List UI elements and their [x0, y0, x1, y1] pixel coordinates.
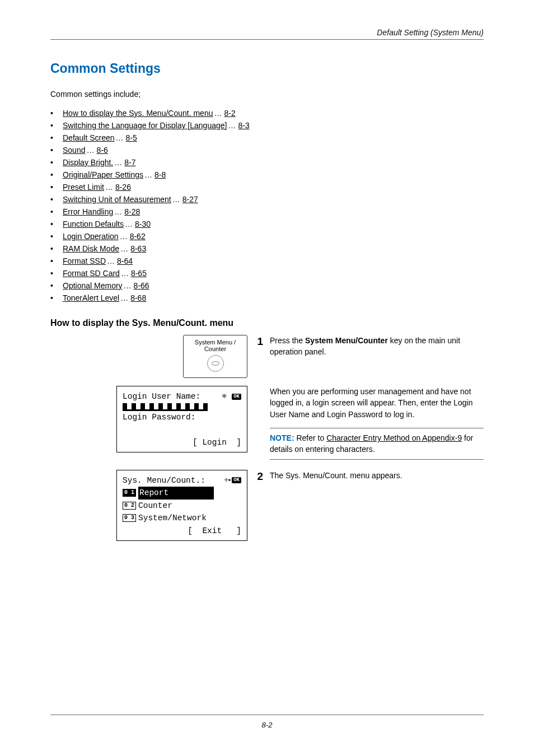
- system-menu-counter-key[interactable]: System Menu / Counter: [183, 335, 247, 378]
- toc-item: •How to display the Sys. Menu/Count. men…: [50, 109, 484, 118]
- toc-item: •Display Bright. …8-7: [50, 158, 484, 167]
- toc-item: •Login Operation …8-62: [50, 232, 484, 241]
- lcd-item-number: 0 3: [123, 514, 136, 522]
- note-link[interactable]: Character Entry Method on Appendix-9: [326, 433, 462, 442]
- toc-page-link[interactable]: 8-8: [154, 170, 166, 179]
- toc-link[interactable]: Original/Paper Settings: [63, 170, 143, 179]
- toc-link[interactable]: How to display the Sys. Menu/Count. menu: [63, 109, 213, 118]
- toc-item: •Switching Unit of Measurement …8-27: [50, 195, 484, 204]
- step-number: 1: [252, 335, 270, 349]
- section-title: Common Settings: [50, 61, 484, 76]
- toc-item: •RAM Disk Mode …8-63: [50, 244, 484, 253]
- toc-item: •Sound …8-6: [50, 146, 484, 155]
- key-button-icon: [207, 355, 224, 372]
- toc-link[interactable]: Preset Limit: [63, 183, 104, 192]
- toc-item: •Original/Paper Settings …8-8: [50, 170, 484, 179]
- key-label: System Menu / Counter: [184, 339, 247, 352]
- toc-link[interactable]: Error Handling: [63, 207, 113, 216]
- toc-page-link[interactable]: 8-65: [131, 269, 147, 278]
- lcd-item-number: 0 2: [123, 502, 136, 510]
- intro-text: Common settings include;: [50, 90, 484, 99]
- footer-page-number: 8-2: [50, 715, 484, 729]
- lcd-menu-item-selected[interactable]: Report: [138, 487, 214, 499]
- exit-softkey[interactable]: [ Exit ]: [188, 525, 241, 537]
- toc-item: •Preset Limit …8-26: [50, 183, 484, 192]
- toc-link[interactable]: Switching Unit of Measurement: [63, 195, 171, 204]
- toc-page-link[interactable]: 8-62: [130, 232, 146, 241]
- toc-page-link[interactable]: 8-26: [115, 183, 131, 192]
- toc-link[interactable]: Optional Memory: [63, 281, 123, 290]
- lcd-item-number: 0 1: [123, 489, 136, 497]
- toc-page-link[interactable]: 8-63: [130, 244, 146, 253]
- step-1b-text: When you are performing user management …: [270, 386, 484, 420]
- lcd-menu-title: Sys. Menu/Count.:: [123, 474, 205, 487]
- toc-list: •How to display the Sys. Menu/Count. men…: [50, 109, 484, 302]
- toc-page-link[interactable]: 8-6: [96, 146, 107, 155]
- toc-page-link[interactable]: 8-7: [124, 158, 135, 167]
- toc-item: •Format SSD …8-64: [50, 256, 484, 265]
- lcd-menu-item[interactable]: System/Network: [138, 512, 207, 524]
- note-label: NOTE:: [270, 433, 294, 442]
- step-2-text: The Sys. Menu/Count. menu appears.: [270, 470, 484, 481]
- lcd-login-password-label: Login Password:: [123, 411, 241, 423]
- login-softkey[interactable]: [ Login ]: [193, 436, 241, 449]
- toc-item: •Error Handling …8-28: [50, 207, 484, 216]
- header-breadcrumb: Default Setting (System Menu): [50, 28, 484, 37]
- toc-link[interactable]: Display Bright.: [63, 158, 113, 167]
- toc-page-link[interactable]: 8-66: [134, 281, 149, 290]
- toc-link[interactable]: TonerAlert Level: [63, 293, 119, 302]
- toc-page-link[interactable]: 8-68: [130, 293, 146, 302]
- toc-page-link[interactable]: 8-27: [182, 195, 198, 204]
- lcd-login-user-label: Login User Name:: [123, 390, 200, 403]
- text-cursor-icon: ⁜: [222, 392, 227, 402]
- toc-page-link[interactable]: 8-5: [126, 133, 137, 142]
- step-1-text: Press the System Menu/Counter key on the…: [270, 335, 484, 358]
- lcd-login-screen: Login User Name: ⁜ OK Login Password: [ …: [116, 386, 247, 452]
- toc-link[interactable]: RAM Disk Mode: [63, 244, 119, 253]
- lcd-menu-item[interactable]: Counter: [138, 500, 172, 512]
- toc-link[interactable]: Format SD Card: [63, 269, 120, 278]
- toc-page-link[interactable]: 8-28: [124, 207, 140, 216]
- sub-heading: How to display the Sys. Menu/Count. menu: [50, 318, 484, 328]
- toc-link[interactable]: Function Defaults: [63, 220, 124, 228]
- login-user-name-input[interactable]: [123, 403, 208, 411]
- toc-page-link[interactable]: 8-3: [238, 121, 249, 130]
- toc-link[interactable]: Sound: [63, 146, 85, 155]
- nav-arrows-icon: ✢▸: [224, 475, 232, 485]
- toc-link[interactable]: Default Screen: [63, 133, 115, 142]
- toc-item: •Format SD Card …8-65: [50, 269, 484, 278]
- toc-item: •Default Screen …8-5: [50, 133, 484, 142]
- toc-item: •Switching the Language for Display [Lan…: [50, 121, 484, 130]
- ok-icon: OK: [232, 477, 241, 483]
- toc-item: •Optional Memory …8-66: [50, 281, 484, 290]
- ok-icon: OK: [232, 394, 241, 400]
- step-number: 2: [252, 470, 270, 484]
- toc-page-link[interactable]: 8-30: [135, 220, 151, 228]
- toc-item: •TonerAlert Level …8-68: [50, 293, 484, 302]
- toc-page-link[interactable]: 8-2: [224, 109, 235, 118]
- page-header: Default Setting (System Menu): [50, 28, 484, 40]
- toc-link[interactable]: Switching the Language for Display [Lang…: [63, 121, 227, 130]
- toc-item: •Function Defaults …8-30: [50, 220, 484, 228]
- toc-link[interactable]: Format SSD: [63, 256, 106, 265]
- toc-page-link[interactable]: 8-64: [117, 256, 133, 265]
- toc-link[interactable]: Login Operation: [63, 232, 119, 241]
- note-block: NOTE: Refer to Character Entry Method on…: [270, 428, 484, 460]
- lcd-sys-menu-screen: Sys. Menu/Count.:✢▸OK0 1Report 0 2Counte…: [116, 470, 247, 541]
